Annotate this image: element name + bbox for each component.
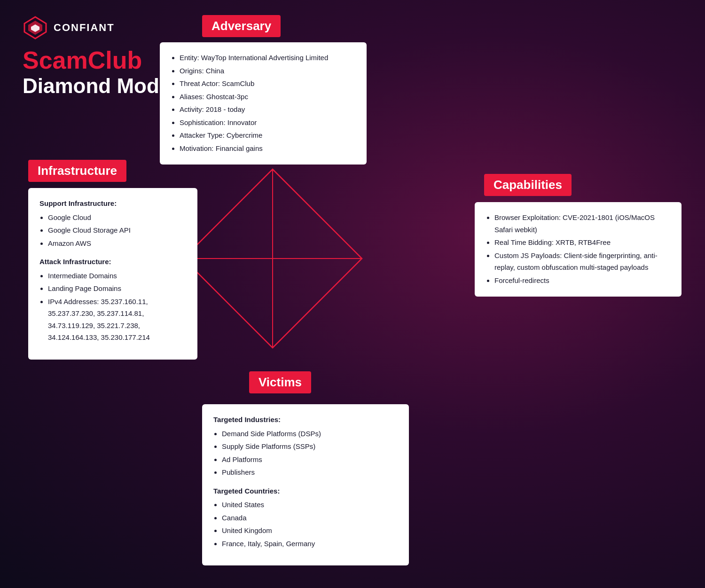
adversary-item: Motivation: Financial gains <box>180 142 355 155</box>
industry-item: Demand Side Platforms (DSPs) <box>222 428 398 440</box>
support-item: Google Cloud Storage API <box>48 224 186 236</box>
attack-infra-section: Attack Infrastructure: Intermediate Doma… <box>39 256 186 344</box>
infrastructure-badge: Infrastructure <box>28 160 126 182</box>
adversary-item: Entity: WayTop International Advertising… <box>180 52 355 64</box>
support-list: Google Cloud Google Cloud Storage API Am… <box>39 212 186 250</box>
countries-header: Targeted Countries: <box>213 485 398 497</box>
victims-card: Targeted Industries: Demand Side Platfor… <box>202 404 409 565</box>
diamond-diagram <box>169 155 376 362</box>
victims-label-area: Victims <box>249 371 311 393</box>
adversary-list: Entity: WayTop International Advertising… <box>171 52 355 154</box>
capabilities-badge: Capabilities <box>484 174 572 196</box>
adversary-item: Sophistication: Innovator <box>180 117 355 129</box>
title-area: ScamClub Diamond Model <box>23 47 177 99</box>
capability-item: Real Time Bidding: XRTB, RTB4Free <box>494 236 670 249</box>
industry-item: Supply Side Platforms (SSPs) <box>222 440 398 453</box>
adversary-item: Origins: China <box>180 65 355 77</box>
attack-list: Intermediate Domains Landing Page Domain… <box>39 270 186 344</box>
adversary-card: Entity: WayTop International Advertising… <box>160 42 367 165</box>
infrastructure-card: Support Infrastructure: Google Cloud Goo… <box>28 188 197 360</box>
attack-item: IPv4 Addresses: 35.237.160.11, 35.237.37… <box>48 296 186 344</box>
logo-text: CONFIANT <box>54 22 115 34</box>
support-header: Support Infrastructure: <box>39 197 186 210</box>
support-item: Amazon AWS <box>48 237 186 250</box>
infrastructure-label-area: Infrastructure <box>28 160 126 182</box>
adversary-label-area: Adversary <box>202 15 281 37</box>
country-item: Canada <box>222 512 398 524</box>
industry-item: Publishers <box>222 466 398 478</box>
adversary-item: Threat Actor: ScamClub <box>180 78 355 90</box>
capability-item: Browser Exploitation: CVE-2021-1801 (iOS… <box>494 212 670 235</box>
attack-item: Landing Page Domains <box>48 282 186 295</box>
support-infra-section: Support Infrastructure: Google Cloud Goo… <box>39 197 186 249</box>
country-item: United Kingdom <box>222 525 398 537</box>
attack-header: Attack Infrastructure: <box>39 256 186 268</box>
capability-item: Forceful-redirects <box>494 274 670 287</box>
countries-section: Targeted Countries: United States Canada… <box>213 485 398 550</box>
logo-area: CONFIANT <box>23 15 115 40</box>
capabilities-label-area: Capabilities <box>484 174 572 196</box>
adversary-badge: Adversary <box>202 15 281 37</box>
industries-list: Demand Side Platforms (DSPs) Supply Side… <box>213 428 398 478</box>
adversary-item: Attacker Type: Cybercrime <box>180 129 355 141</box>
support-item: Google Cloud <box>48 212 186 224</box>
diamond-svg <box>169 155 376 362</box>
country-item: United States <box>222 499 398 511</box>
capabilities-card: Browser Exploitation: CVE-2021-1801 (iOS… <box>475 202 682 297</box>
country-item: France, Italy, Spain, Germany <box>222 538 398 550</box>
capabilities-list: Browser Exploitation: CVE-2021-1801 (iOS… <box>486 212 670 286</box>
title-scamclub: ScamClub <box>23 47 177 74</box>
attack-item: Intermediate Domains <box>48 270 186 282</box>
confiant-logo-icon <box>23 15 48 40</box>
industry-item: Ad Platforms <box>222 454 398 466</box>
title-diamond-model: Diamond Model <box>23 74 177 99</box>
industries-header: Targeted Industries: <box>213 414 398 426</box>
industries-section: Targeted Industries: Demand Side Platfor… <box>213 414 398 478</box>
countries-list: United States Canada United Kingdom Fran… <box>213 499 398 549</box>
adversary-item: Aliases: Ghostcat-3pc <box>180 91 355 103</box>
adversary-item: Activity: 2018 - today <box>180 103 355 116</box>
capability-item: Custom JS Payloads: Client-side fingerpr… <box>494 250 670 274</box>
victims-badge: Victims <box>249 371 311 393</box>
